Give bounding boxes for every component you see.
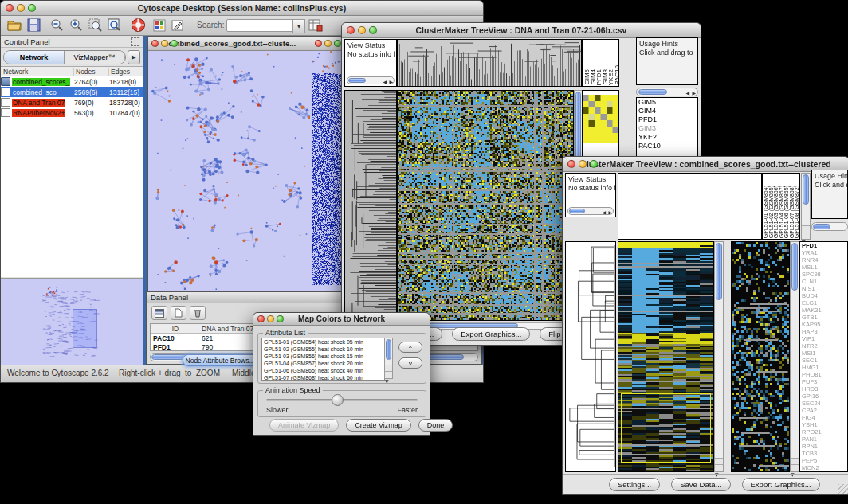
zoom-button[interactable] [171, 40, 178, 47]
annotation-icon[interactable] [171, 19, 185, 32]
tv2-labels-vscrollbar[interactable]: ▲ ▼ [801, 173, 811, 240]
gene-label[interactable]: YRA1 [800, 249, 847, 256]
gene-label[interactable]: RPO21 [800, 428, 847, 436]
gene-label[interactable]: NIS1 [800, 285, 847, 292]
attribute-list-item[interactable]: GPL51-01 (GSM854) heat shock 05 min [262, 338, 384, 346]
gene-label[interactable]: PFD1 [800, 242, 847, 249]
gene-label[interactable]: PHO81 [800, 371, 847, 378]
attribute-list-item[interactable]: GPL51-03 (GSM856) heat shock 15 min [262, 353, 384, 360]
gene-label[interactable]: KAP95 [800, 321, 847, 328]
gene-label[interactable]: SPC98 [800, 271, 847, 278]
gene-label[interactable]: MON2 [800, 464, 847, 471]
scroll-thumb[interactable] [803, 174, 809, 205]
scroll-thumb[interactable] [716, 243, 722, 300]
save-session-icon[interactable] [27, 18, 41, 32]
gene-label[interactable]: YSH1 [800, 421, 847, 428]
minimize-button[interactable] [324, 40, 332, 47]
main-titlebar[interactable]: Cytoscape Desktop (Session Name: collins… [1, 1, 483, 16]
attribute-list-item[interactable]: GPL51-02 (GSM855) heat shock 10 min [262, 346, 384, 353]
gene-label[interactable]: PUF3 [800, 378, 847, 385]
delete-attribute-icon[interactable] [190, 306, 206, 320]
close-button[interactable] [6, 4, 14, 12]
treeview2-titlebar[interactable]: ClusterMaker TreeView : combined_scores_… [563, 157, 848, 172]
column-label[interactable]: PAC10 [614, 65, 620, 85]
network-row[interactable]: combined_sco 2569(6) 13112(15) [1, 87, 143, 97]
zoom-button[interactable] [369, 26, 377, 34]
scroll-thumb[interactable] [386, 339, 391, 360]
dialog-titlebar[interactable]: Map Colors to Network [253, 313, 430, 326]
tv2-action-button[interactable]: Save Data... [671, 478, 730, 491]
scroll-thumb[interactable] [791, 243, 798, 291]
network-row[interactable]: RNAPuberNov2+ 563(0) 107847(0) [1, 107, 143, 118]
new-attribute-icon[interactable] [171, 306, 186, 320]
tv2-column-dendrogram[interactable] [618, 173, 762, 240]
gene-label[interactable]: CLN1 [800, 278, 847, 285]
minimize-button[interactable] [17, 4, 25, 12]
scroll-right-icon[interactable]: ▶ [692, 90, 696, 96]
scroll-right-icon[interactable]: ▶ [608, 209, 612, 215]
tv2-action-button[interactable]: Settings... [609, 478, 660, 491]
scroll-thumb[interactable] [569, 209, 585, 213]
node-attribute-browser-button[interactable]: Node Attribute Brows... [183, 354, 257, 366]
gene-label[interactable]: RNR4 [800, 256, 847, 264]
tv2-heatmap[interactable] [618, 241, 714, 472]
search-input[interactable] [226, 19, 293, 32]
gene-label[interactable]: MSL1 [800, 264, 847, 271]
tv1-action-button[interactable]: Export Graphics... [452, 327, 530, 341]
scroll-left-icon[interactable]: ◀ [685, 90, 689, 96]
open-session-icon[interactable] [7, 18, 22, 32]
attribute-list-scrollbar[interactable]: ▲ ▼ [384, 338, 393, 379]
tab[interactable]: Network [4, 51, 65, 64]
gene-label[interactable]: HRD3 [800, 385, 847, 393]
scroll-left-icon[interactable]: ◀ [383, 79, 387, 84]
attribute-list-item[interactable]: GPL51-07 (GSM868) heat shock 60 min [262, 374, 384, 381]
dialog-button[interactable]: Create Vizmap [346, 419, 410, 432]
minimize-button[interactable] [579, 160, 587, 168]
gene-label[interactable]: PFD1 [637, 115, 697, 124]
gene-label[interactable]: RPN1 [800, 443, 847, 450]
zoom-button[interactable] [277, 315, 284, 322]
dialog-button[interactable]: Done [418, 419, 453, 432]
network-row[interactable]: combined_scores_ 2764(0) 16218(0) [1, 76, 143, 87]
scroll-thumb[interactable] [348, 78, 366, 83]
scroll-thumb[interactable] [813, 224, 830, 229]
zoom-selected-icon[interactable] [88, 18, 102, 32]
gene-label[interactable]: MAK31 [800, 307, 847, 314]
move-up-button[interactable]: ^ [398, 342, 422, 353]
dialog-button[interactable]: Animate Vizmap [269, 419, 339, 432]
gene-label[interactable]: HMG1 [800, 364, 847, 371]
tv1-hints-scrollbar[interactable]: ◀▶ [636, 88, 698, 96]
tv2-status-scrollbar[interactable]: ◀▶ [567, 207, 614, 215]
speed-slider-thumb[interactable] [332, 394, 344, 406]
resize-grip[interactable] [838, 484, 848, 494]
gene-label[interactable]: PEP5 [800, 457, 847, 464]
zoom-fit-icon[interactable] [108, 18, 121, 32]
tv1-status-scrollbar[interactable]: ◀▶ [347, 76, 395, 84]
gene-label[interactable]: SEC24 [800, 400, 847, 407]
scroll-left-icon[interactable]: ◀ [602, 209, 606, 215]
attribute-browser-icon[interactable] [308, 18, 323, 32]
network-row[interactable]: DNA and Tran 07 769(0) 183728(0) [1, 97, 143, 107]
float-panel-icon[interactable] [131, 37, 139, 46]
close-button[interactable] [257, 315, 265, 322]
gene-label[interactable]: PAN1 [800, 436, 847, 443]
close-button[interactable] [567, 160, 575, 168]
scroll-thumb[interactable] [638, 89, 667, 95]
move-down-button[interactable]: v [398, 357, 422, 369]
gene-label[interactable]: PAC10 [637, 142, 697, 150]
zoom-out-icon[interactable] [50, 18, 64, 32]
gene-label[interactable]: HAP3 [800, 328, 847, 335]
gene-label[interactable]: MSI1 [800, 350, 847, 357]
minimize-button[interactable] [358, 26, 366, 34]
gene-label[interactable]: SEC1 [800, 357, 847, 364]
tv2-genes-vscrollbar[interactable]: ▲ ▼ [790, 241, 799, 472]
network-overview[interactable] [1, 278, 143, 365]
minimize-button[interactable] [161, 40, 168, 47]
zoom-button[interactable] [590, 160, 598, 168]
tv2-hints-scrollbar[interactable] [811, 222, 848, 231]
attribute-list-item[interactable]: GPL51-04 (GSM857) heat shock 20 min [262, 360, 384, 367]
gene-label[interactable]: BUD4 [800, 292, 847, 299]
treeview1-titlebar[interactable]: ClusterMaker TreeView : DNA and Tran 07-… [342, 23, 701, 38]
tv1-column-dendrogram[interactable] [397, 39, 582, 87]
network-frame-titlebar[interactable]: combined_scores_good.txt--cluste... [148, 37, 312, 51]
